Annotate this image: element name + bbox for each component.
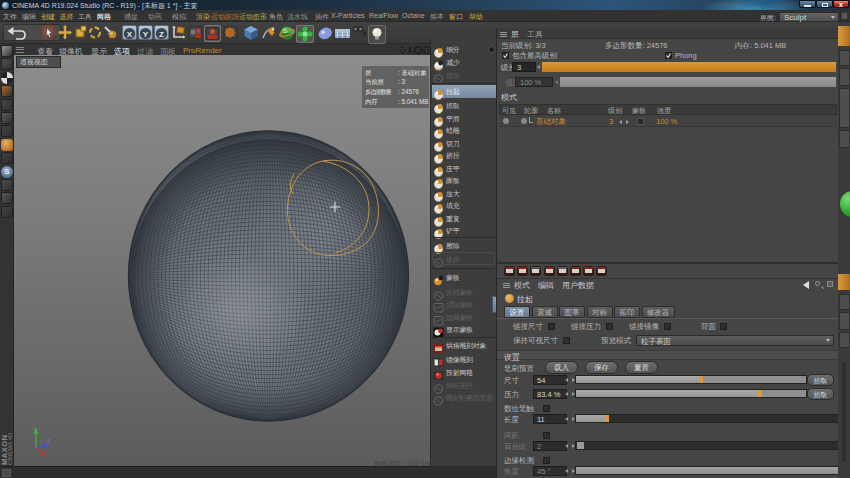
svg-text:X: X	[127, 30, 133, 39]
svg-text:Z: Z	[159, 30, 164, 39]
svg-text:Z: Z	[47, 438, 51, 444]
svg-text:Y: Y	[34, 427, 38, 433]
svg-text:Y: Y	[143, 30, 149, 39]
